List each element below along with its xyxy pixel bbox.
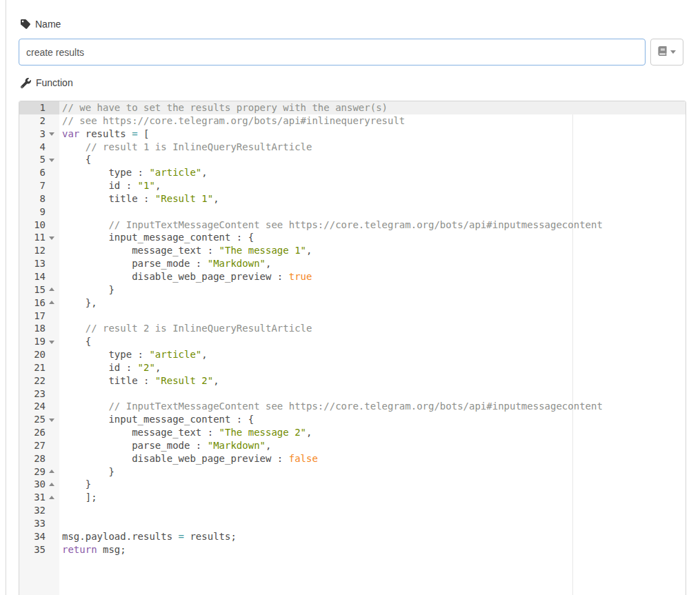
- code-line[interactable]: 16 },: [19, 296, 686, 310]
- code-text[interactable]: message_text : "The message 2",: [59, 426, 312, 439]
- line-number: 7: [19, 179, 59, 192]
- code-text[interactable]: title : "Result 2",: [59, 374, 219, 387]
- code-text[interactable]: // InputTextMessageContent see https://c…: [59, 219, 603, 232]
- code-line[interactable]: 34msg.payload.results = results;: [19, 530, 686, 543]
- code-text[interactable]: title : "Result 1",: [59, 192, 219, 205]
- code-text[interactable]: msg.payload.results = results;: [59, 530, 237, 543]
- code-text[interactable]: [59, 205, 62, 219]
- caret-down-icon: [670, 50, 676, 54]
- code-line[interactable]: 27 parse_mode : "Markdown",: [19, 439, 686, 452]
- fold-open-icon[interactable]: [49, 159, 54, 162]
- code-text[interactable]: id : "2",: [59, 361, 161, 374]
- line-number: 35: [19, 543, 59, 556]
- code-line[interactable]: 2// see https://core.telegram.org/bots/a…: [19, 114, 686, 128]
- code-line[interactable]: 30 }: [19, 478, 686, 491]
- code-line[interactable]: 10 // InputTextMessageContent see https:…: [19, 219, 686, 232]
- code-line[interactable]: 35return msg;: [19, 543, 686, 556]
- code-text[interactable]: type : "article",: [59, 348, 208, 361]
- code-line[interactable]: 22 title : "Result 2",: [19, 374, 686, 387]
- code-text[interactable]: input_message_content : {: [59, 413, 254, 426]
- code-text[interactable]: id : "1",: [59, 179, 161, 192]
- code-line[interactable]: 20 type : "article",: [19, 348, 686, 361]
- code-line[interactable]: 7 id : "1",: [19, 179, 686, 192]
- code-line[interactable]: 1// we have to set the results propery w…: [19, 101, 686, 114]
- code-line[interactable]: 12 message_text : "The message 1",: [19, 244, 686, 257]
- fold-open-icon[interactable]: [49, 236, 54, 240]
- code-line[interactable]: 24 // InputTextMessageContent see https:…: [19, 400, 686, 413]
- code-line[interactable]: 3var results = [: [19, 128, 686, 141]
- wrench-icon: [21, 78, 31, 88]
- fold-close-icon[interactable]: [49, 470, 54, 473]
- code-line[interactable]: 29 }: [19, 465, 686, 478]
- fold-close-icon[interactable]: [49, 496, 54, 499]
- code-text[interactable]: [59, 517, 62, 530]
- code-text[interactable]: parse_mode : "Markdown",: [59, 257, 271, 270]
- line-number: 34: [19, 530, 59, 543]
- line-number: 20: [19, 348, 59, 361]
- code-text[interactable]: [59, 387, 62, 401]
- code-editor[interactable]: 1// we have to set the results propery w…: [19, 101, 686, 595]
- code-line[interactable]: 28 disable_web_page_preview : false: [19, 452, 686, 465]
- code-text[interactable]: // see https://core.telegram.org/bots/ap…: [59, 114, 405, 128]
- code-text[interactable]: },: [59, 296, 97, 310]
- fold-close-icon[interactable]: [49, 288, 54, 291]
- code-text[interactable]: // InputTextMessageContent see https://c…: [59, 400, 603, 413]
- code-text[interactable]: return msg;: [59, 543, 126, 556]
- line-number: 33: [19, 517, 59, 530]
- code-line[interactable]: 31 ];: [19, 491, 686, 504]
- editor-rows: 1// we have to set the results propery w…: [19, 101, 686, 556]
- code-text[interactable]: [59, 310, 62, 323]
- code-line[interactable]: 9: [19, 205, 686, 219]
- code-line[interactable]: 13 parse_mode : "Markdown",: [19, 257, 686, 270]
- code-line[interactable]: 11 input_message_content : {: [19, 231, 686, 244]
- line-number: 6: [19, 166, 59, 179]
- code-text[interactable]: }: [59, 478, 91, 491]
- code-line[interactable]: 25 input_message_content : {: [19, 413, 686, 426]
- library-button[interactable]: [650, 39, 683, 65]
- line-number: 32: [19, 504, 59, 517]
- line-number: 8: [19, 192, 59, 205]
- line-number: 11: [19, 231, 59, 244]
- code-text[interactable]: input_message_content : {: [59, 231, 254, 244]
- line-number: 30: [19, 478, 59, 491]
- function-field-label: Function: [21, 77, 73, 88]
- panel-edge-divider: [6, 0, 6, 595]
- code-line[interactable]: 23: [19, 387, 686, 401]
- code-line[interactable]: 32: [19, 504, 686, 517]
- code-text[interactable]: {: [59, 335, 91, 348]
- code-text[interactable]: disable_web_page_preview : true: [59, 270, 312, 283]
- code-text[interactable]: {: [59, 153, 91, 166]
- code-line[interactable]: 18 // result 2 is InlineQueryResultArtic…: [19, 322, 686, 335]
- code-text[interactable]: // we have to set the results propery wi…: [59, 101, 388, 114]
- code-line[interactable]: 26 message_text : "The message 2",: [19, 426, 686, 439]
- fold-close-icon[interactable]: [49, 483, 54, 486]
- code-line[interactable]: 14 disable_web_page_preview : true: [19, 270, 686, 283]
- code-line[interactable]: 5 {: [19, 153, 686, 166]
- fold-open-icon[interactable]: [49, 132, 54, 136]
- code-text[interactable]: ];: [59, 491, 97, 504]
- fold-close-icon[interactable]: [49, 301, 54, 304]
- code-text[interactable]: var results = [: [59, 128, 149, 141]
- code-text[interactable]: }: [59, 283, 114, 296]
- code-text[interactable]: parse_mode : "Markdown",: [59, 439, 271, 452]
- code-line[interactable]: 33: [19, 517, 686, 530]
- fold-open-icon[interactable]: [49, 418, 54, 422]
- fold-open-icon[interactable]: [49, 341, 54, 344]
- code-line[interactable]: 21 id : "2",: [19, 361, 686, 374]
- code-text[interactable]: [59, 504, 62, 517]
- name-input[interactable]: [19, 39, 646, 65]
- code-line[interactable]: 4 // result 1 is InlineQueryResultArticl…: [19, 141, 686, 154]
- code-line[interactable]: 8 title : "Result 1",: [19, 192, 686, 205]
- code-text[interactable]: // result 1 is InlineQueryResultArticle: [59, 141, 312, 154]
- line-number: 22: [19, 374, 59, 387]
- code-line[interactable]: 6 type : "article",: [19, 166, 686, 179]
- code-line[interactable]: 15 }: [19, 283, 686, 296]
- code-text[interactable]: message_text : "The message 1",: [59, 244, 312, 257]
- code-text[interactable]: }: [59, 465, 114, 478]
- line-number: 1: [19, 101, 59, 114]
- code-text[interactable]: // result 2 is InlineQueryResultArticle: [59, 322, 312, 335]
- code-line[interactable]: 17: [19, 310, 686, 323]
- code-line[interactable]: 19 {: [19, 335, 686, 348]
- code-text[interactable]: disable_web_page_preview : false: [59, 452, 318, 465]
- code-text[interactable]: type : "article",: [59, 166, 208, 179]
